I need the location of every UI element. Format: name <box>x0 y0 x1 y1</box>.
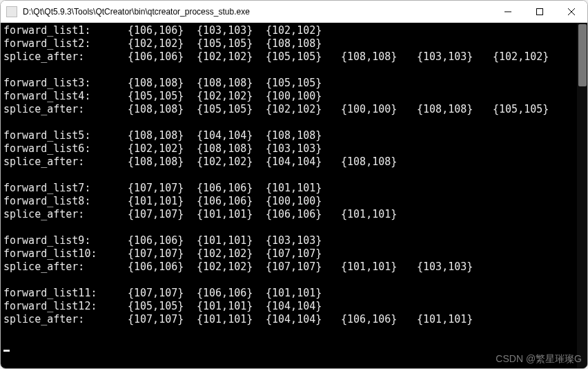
close-button[interactable] <box>556 1 587 22</box>
value-pair: {102,102} <box>197 247 266 261</box>
output-line: forward_list8:{101,101}{106,106}{100,100… <box>3 195 586 208</box>
value-pair: {101,101} <box>411 313 487 326</box>
value-pair: {101,101} <box>266 287 335 300</box>
value-pair: {108,108} <box>411 103 487 116</box>
output-line: splice_after:{106,106}{102,102}{105,105}… <box>3 50 586 64</box>
output-line: forward_list1:{106,106}{103,103}{102,102… <box>3 24 586 37</box>
output-line: forward_list5:{108,108}{104,104}{108,108… <box>3 129 586 142</box>
window-title: D:\Qt\Qt5.9.3\Tools\QtCreator\bin\qtcrea… <box>23 7 492 17</box>
value-pair: {106,106} <box>335 313 411 326</box>
value-pair: {101,101} <box>197 300 266 313</box>
line-label: splice_after: <box>3 155 128 169</box>
value-pair: {108,108} <box>266 129 335 142</box>
value-pair: {103,103} <box>197 24 266 37</box>
output-block: forward_list1:{106,106}{103,103}{102,102… <box>3 24 586 64</box>
line-label: forward_list6: <box>3 142 128 155</box>
output-block: forward_list11:{107,107}{106,106}{101,10… <box>3 287 586 326</box>
value-pair: {107,107} <box>266 261 335 274</box>
value-pair: {105,105} <box>487 103 562 116</box>
value-pair: {104,104} <box>266 313 335 326</box>
value-pair: {107,107} <box>128 247 197 261</box>
value-pair: {102,102} <box>487 50 562 64</box>
line-label: forward_list2: <box>3 37 128 50</box>
value-pair: {103,103} <box>411 261 487 274</box>
cursor-line <box>3 339 586 352</box>
value-pair: {106,106} <box>128 261 197 274</box>
app-window: D:\Qt\Qt5.9.3\Tools\QtCreator\bin\qtcrea… <box>0 0 588 369</box>
close-icon <box>568 8 575 15</box>
minimize-button[interactable] <box>492 1 524 22</box>
value-pair: {107,107} <box>266 247 335 261</box>
value-pair: {102,102} <box>266 24 335 37</box>
output-line: forward_list10:{107,107}{102,102}{107,10… <box>3 247 586 261</box>
value-pair: {106,106} <box>197 287 266 300</box>
console-output: forward_list1:{106,106}{103,103}{102,102… <box>2 24 586 352</box>
line-label: forward_list4: <box>3 90 128 103</box>
value-pair: {101,101} <box>335 261 411 274</box>
line-label: forward_list1: <box>3 24 128 37</box>
scrollbar-track[interactable] <box>577 23 587 368</box>
scrollbar-thumb[interactable] <box>578 24 587 86</box>
line-label: splice_after: <box>3 103 128 116</box>
line-label: forward_list8: <box>3 195 128 208</box>
value-pair: {105,105} <box>266 77 335 90</box>
value-pair: {103,103} <box>266 234 335 247</box>
value-pair: {107,107} <box>128 313 197 326</box>
value-pair: {106,106} <box>128 50 197 64</box>
console-area[interactable]: forward_list1:{106,106}{103,103}{102,102… <box>1 23 587 368</box>
value-pair: {101,101} <box>266 182 335 195</box>
value-pair: {105,105} <box>197 37 266 50</box>
cursor <box>3 350 10 352</box>
value-pair: {108,108} <box>197 77 266 90</box>
value-pair: {102,102} <box>197 50 266 64</box>
value-pair: {101,101} <box>197 313 266 326</box>
value-pair: {106,106} <box>266 208 335 221</box>
value-pair: {108,108} <box>335 155 411 169</box>
window-controls <box>492 1 587 22</box>
value-pair: {108,108} <box>266 37 335 50</box>
maximize-icon <box>536 8 543 15</box>
value-pair: {100,100} <box>335 103 411 116</box>
value-pair: {105,105} <box>266 50 335 64</box>
value-pair: {108,108} <box>197 142 266 155</box>
value-pair: {102,102} <box>197 155 266 169</box>
value-pair: {102,102} <box>197 90 266 103</box>
line-label: forward_list11: <box>3 287 128 300</box>
output-line: forward_list9:{106,106}{101,101}{103,103… <box>3 234 586 247</box>
value-pair: {106,106} <box>128 234 197 247</box>
output-block: forward_list5:{108,108}{104,104}{108,108… <box>3 129 586 169</box>
value-pair: {103,103} <box>411 50 487 64</box>
output-line: forward_list6:{102,102}{108,108}{103,103… <box>3 142 586 155</box>
value-pair: {105,105} <box>197 103 266 116</box>
value-pair: {108,108} <box>335 50 411 64</box>
output-line: forward_list12:{105,105}{101,101}{104,10… <box>3 300 586 313</box>
output-line: forward_list3:{108,108}{108,108}{105,105… <box>3 77 586 90</box>
value-pair: {107,107} <box>128 208 197 221</box>
line-label: splice_after: <box>3 50 128 64</box>
output-block: forward_list3:{108,108}{108,108}{105,105… <box>3 77 586 116</box>
app-icon <box>6 6 17 17</box>
output-line: splice_after:{108,108}{105,105}{102,102}… <box>3 103 586 116</box>
value-pair: {107,107} <box>128 182 197 195</box>
output-block: forward_list7:{107,107}{106,106}{101,101… <box>3 182 586 221</box>
value-pair: {101,101} <box>197 208 266 221</box>
output-block: forward_list9:{106,106}{101,101}{103,103… <box>3 234 586 274</box>
value-pair: {106,106} <box>128 24 197 37</box>
value-pair: {100,100} <box>266 195 335 208</box>
output-line: forward_list4:{105,105}{102,102}{100,100… <box>3 90 586 103</box>
line-label: forward_list12: <box>3 300 128 313</box>
line-label: splice_after: <box>3 261 128 274</box>
value-pair: {105,105} <box>128 300 197 313</box>
value-pair: {101,101} <box>335 208 411 221</box>
value-pair: {103,103} <box>266 142 335 155</box>
titlebar[interactable]: D:\Qt\Qt5.9.3\Tools\QtCreator\bin\qtcrea… <box>1 1 587 23</box>
maximize-button[interactable] <box>524 1 556 22</box>
line-label: forward_list5: <box>3 129 128 142</box>
value-pair: {105,105} <box>128 90 197 103</box>
value-pair: {108,108} <box>128 155 197 169</box>
output-line: splice_after:{108,108}{102,102}{104,104}… <box>3 155 586 169</box>
line-label: forward_list10: <box>3 247 128 261</box>
line-label: forward_list3: <box>3 77 128 90</box>
line-label: forward_list9: <box>3 234 128 247</box>
output-line: splice_after:{107,107}{101,101}{104,104}… <box>3 313 586 326</box>
